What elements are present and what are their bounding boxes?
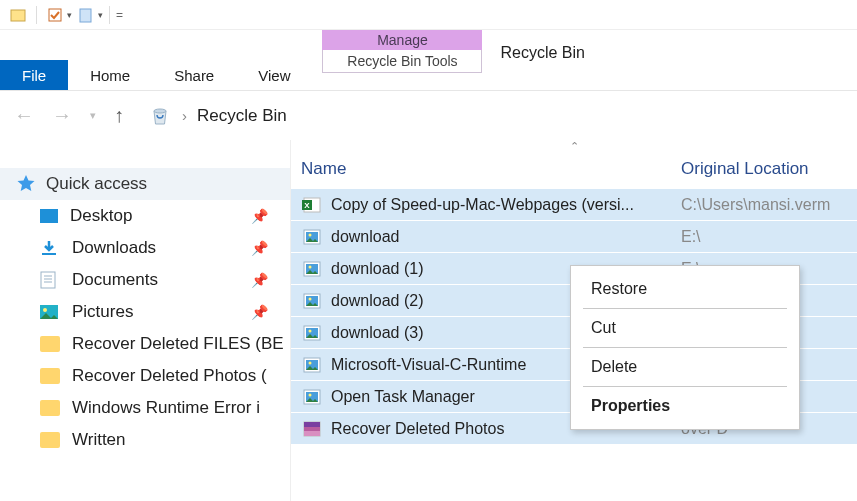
sidebar-item-downloads[interactable]: Downloads 📌 (0, 232, 290, 264)
file-row[interactable]: downloadE:\ (291, 221, 857, 253)
file-type-icon (301, 259, 323, 279)
file-type-icon: X (301, 195, 323, 215)
quick-access-header[interactable]: Quick access (0, 168, 290, 200)
menu-separator (583, 347, 787, 348)
sidebar-item-label: Recover Deleted Photos ( (72, 366, 267, 386)
qat-dropdown-2[interactable]: ▾ (98, 10, 103, 20)
svg-rect-4 (40, 209, 58, 223)
file-type-icon (301, 419, 323, 439)
file-row[interactable]: XCopy of Speed-up-Mac-Webpages (versi...… (291, 189, 857, 221)
new-folder-icon[interactable] (74, 3, 98, 27)
svg-point-20 (309, 265, 312, 268)
svg-point-29 (309, 361, 312, 364)
customize-qat-caret[interactable]: = (116, 8, 123, 22)
tab-recycle-bin-tools[interactable]: Recycle Bin Tools (322, 50, 482, 73)
svg-rect-2 (80, 9, 91, 22)
folder-icon (40, 432, 60, 448)
svg-point-26 (309, 329, 312, 332)
recycle-bin-icon (148, 104, 172, 128)
column-header-name[interactable]: Name (301, 159, 681, 179)
navigation-pane: Quick access Desktop 📌 Downloads 📌 Docum… (0, 140, 290, 501)
sidebar-item-pictures[interactable]: Pictures 📌 (0, 296, 290, 328)
up-button[interactable]: ↑ (114, 104, 124, 127)
qat-dropdown-1[interactable]: ▾ (67, 10, 72, 20)
contextual-header: Manage (322, 30, 482, 50)
menu-separator (583, 386, 787, 387)
menu-separator (583, 308, 787, 309)
breadcrumb[interactable]: › Recycle Bin (148, 104, 287, 128)
tab-view[interactable]: View (236, 60, 312, 90)
file-type-icon (301, 291, 323, 311)
svg-rect-1 (49, 9, 61, 21)
sidebar-item-documents[interactable]: Documents 📌 (0, 264, 290, 296)
quick-access-label: Quick access (46, 174, 147, 194)
contextual-tab-group: Manage Recycle Bin Tools (322, 30, 482, 90)
tab-share[interactable]: Share (152, 60, 236, 90)
file-original-location: E:\ (681, 228, 857, 246)
pin-icon: 📌 (251, 240, 268, 256)
file-tab[interactable]: File (0, 60, 68, 90)
svg-point-17 (309, 233, 312, 236)
svg-rect-6 (41, 272, 55, 288)
back-button[interactable]: ← (14, 104, 34, 127)
desktop-icon (40, 209, 58, 223)
sidebar-item-folder[interactable]: Recover Deleted Photos ( (0, 360, 290, 392)
context-menu: RestoreCutDeleteProperties (570, 265, 800, 430)
svg-rect-35 (304, 427, 320, 431)
file-original-location: C:\Users\mansi.verm (681, 196, 857, 214)
column-header-original-location[interactable]: Original Location (681, 159, 847, 179)
file-type-icon (301, 323, 323, 343)
sidebar-item-label: Desktop (70, 206, 132, 226)
svg-rect-0 (11, 10, 25, 21)
context-menu-item[interactable]: Properties (571, 389, 799, 423)
sidebar-item-label: Recover Deleted FILES (BE (72, 334, 284, 354)
sidebar-item-folder[interactable]: Recover Deleted FILES (BE (0, 328, 290, 360)
svg-point-23 (309, 297, 312, 300)
sidebar-item-folder[interactable]: Windows Runtime Error i (0, 392, 290, 424)
file-name: download (331, 228, 681, 246)
sidebar-item-desktop[interactable]: Desktop 📌 (0, 200, 290, 232)
context-menu-item[interactable]: Restore (571, 272, 799, 306)
svg-rect-34 (304, 422, 320, 427)
svg-point-3 (154, 109, 166, 113)
sidebar-item-folder[interactable]: Written (0, 424, 290, 456)
breadcrumb-current[interactable]: Recycle Bin (197, 106, 287, 126)
folder-icon (40, 400, 60, 416)
app-icon[interactable] (6, 3, 30, 27)
recent-locations-caret[interactable]: ▾ (90, 109, 96, 122)
sort-indicator: ⌃ (291, 140, 857, 153)
context-menu-item[interactable]: Cut (571, 311, 799, 345)
properties-icon[interactable] (43, 3, 67, 27)
pin-icon: 📌 (251, 208, 268, 224)
file-type-icon (301, 387, 323, 407)
file-type-icon (301, 227, 323, 247)
context-menu-item[interactable]: Delete (571, 350, 799, 384)
file-type-icon (301, 355, 323, 375)
sidebar-item-label: Written (72, 430, 126, 450)
folder-icon (40, 368, 60, 384)
document-icon (40, 271, 60, 289)
file-name: Copy of Speed-up-Mac-Webpages (versi... (331, 196, 681, 214)
folder-icon (40, 336, 60, 352)
pictures-icon (40, 305, 60, 319)
window-title: Recycle Bin (500, 44, 584, 76)
svg-point-11 (43, 308, 47, 312)
star-icon (16, 174, 36, 194)
navigation-bar: ← → ▾ ↑ › Recycle Bin (0, 90, 857, 140)
quick-access-toolbar: ▾ ▾ = (0, 0, 857, 30)
pin-icon: 📌 (251, 304, 268, 320)
forward-button[interactable]: → (52, 104, 72, 127)
column-headers: Name Original Location (291, 153, 857, 189)
download-arrow-icon (40, 239, 60, 257)
breadcrumb-separator: › (182, 107, 187, 124)
svg-rect-36 (304, 431, 320, 436)
sidebar-item-label: Documents (72, 270, 158, 290)
svg-rect-5 (42, 253, 56, 255)
tab-home[interactable]: Home (68, 60, 152, 90)
sidebar-item-label: Pictures (72, 302, 133, 322)
pin-icon: 📌 (251, 272, 268, 288)
ribbon-tabs: File Home Share View (0, 30, 312, 90)
sidebar-item-label: Downloads (72, 238, 156, 258)
sidebar-item-label: Windows Runtime Error i (72, 398, 260, 418)
svg-text:X: X (304, 201, 310, 210)
